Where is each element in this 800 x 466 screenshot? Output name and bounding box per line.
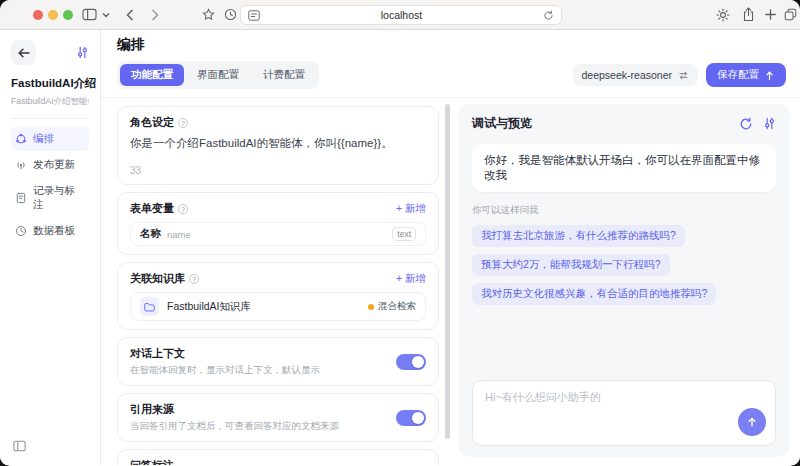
save-config-label: 保存配置 — [717, 68, 759, 82]
help-icon[interactable]: ? — [178, 118, 188, 128]
minimize-window-button[interactable] — [48, 10, 58, 20]
forward-button[interactable] — [151, 9, 159, 21]
tab-billing-config[interactable]: 计费配置 — [252, 64, 316, 86]
sidebar-item-label: 记录与标注 — [33, 184, 85, 212]
back-button[interactable] — [126, 9, 134, 21]
send-button[interactable] — [738, 408, 766, 436]
page-header: 编排 功能配置 界面配置 计费配置 deepseek-reasoner 保存配置 — [101, 30, 800, 98]
document-icon — [15, 192, 27, 204]
config-panel: 角色设定 ? 你是一个介绍FastbuildAI的智能体，你叫{{name}}。… — [101, 98, 452, 465]
workflow-icon — [15, 133, 27, 145]
suggested-question[interactable]: 我对历史文化很感兴趣，有合适的目的地推荐吗? — [472, 283, 716, 305]
debug-preview-panel: 调试与预览 你好，我是智能体默认开场白，你可以在界面配置中修改我 你可以这样问我 — [458, 104, 790, 457]
collapse-sidebar-icon[interactable] — [13, 438, 26, 456]
form-variables-card: 表单变量 ? + 新增 名称 name text — [117, 192, 439, 255]
page-title: 编排 — [117, 36, 786, 54]
url-bar[interactable]: localhost — [240, 5, 562, 25]
sidebar-item-label: 编排 — [33, 132, 54, 146]
annotation-toggle-card: 问答标注 支持管理员和用户标注问题和答案 — [117, 449, 439, 465]
config-tabs: 功能配置 界面配置 计费配置 — [117, 61, 319, 89]
model-name: deepseek-reasoner — [582, 69, 672, 81]
citation-desc: 当回答引用了文档后，可查看回答对应的文档来源 — [130, 420, 339, 433]
status-dot — [368, 304, 374, 310]
help-icon[interactable]: ? — [178, 204, 188, 214]
assistant-greeting-bubble: 你好，我是智能体默认开场白，你可以在界面配置中修改我 — [472, 144, 776, 192]
extensions-gear-icon[interactable] — [716, 8, 730, 22]
knowledge-base-card: 关联知识库 ? + 新增 FastbuildAI知识库 — [117, 262, 439, 330]
context-toggle[interactable] — [396, 354, 426, 370]
agent-subtitle: FastbuildAI介绍智能体 — [11, 96, 89, 108]
folder-icon — [140, 297, 159, 316]
browser-window: localhost — [0, 0, 800, 466]
context-title: 对话上下文 — [130, 346, 320, 361]
bookmark-star-icon[interactable] — [202, 8, 215, 21]
role-setting-label: 角色设定 — [130, 115, 174, 130]
chat-input-box[interactable] — [472, 380, 776, 446]
sidebar-item-dashboard[interactable]: 数据看板 — [11, 219, 89, 243]
sidebar-divider — [11, 118, 89, 119]
preview-title: 调试与预览 — [472, 115, 532, 132]
variable-type-badge: text — [392, 227, 416, 241]
help-icon[interactable]: ? — [189, 274, 199, 284]
preview-settings-icon[interactable] — [763, 117, 776, 130]
tab-function-config[interactable]: 功能配置 — [120, 64, 184, 86]
annotation-title: 问答标注 — [130, 458, 273, 465]
sidebar-item-label: 数据看板 — [33, 224, 75, 238]
context-desc: 在智能体回复时，显示对话上下文，默认显示 — [130, 364, 320, 377]
publish-arrow-icon — [764, 70, 775, 81]
zoom-window-button[interactable] — [63, 10, 73, 20]
broadcast-icon — [15, 159, 27, 171]
url-text[interactable]: localhost — [260, 9, 543, 21]
chevron-down-icon[interactable] — [102, 12, 110, 18]
history-clock-icon[interactable] — [224, 8, 237, 21]
knowledge-row[interactable]: FastbuildAI知识库 混合检索 — [130, 292, 426, 321]
browser-chrome: localhost — [0, 0, 800, 30]
role-prompt-textarea[interactable]: 你是一个介绍FastbuildAI的智能体，你叫{{name}}。 — [130, 135, 426, 152]
tab-overview-icon[interactable] — [784, 8, 797, 21]
agent-title: FastbuildAI介绍 — [11, 76, 89, 91]
share-icon[interactable] — [742, 7, 755, 22]
variable-row[interactable]: 名称 name text — [130, 222, 426, 246]
reader-icon[interactable] — [248, 10, 260, 21]
dashboard-clock-icon — [15, 225, 27, 237]
citation-toggle[interactable] — [396, 410, 426, 426]
suggested-question[interactable]: 我打算去北京旅游，有什么推荐的路线吗? — [472, 225, 685, 247]
citation-toggle-card: 引用来源 当回答引用了文档后，可查看回答对应的文档来源 — [117, 393, 439, 442]
back-arrow-button[interactable] — [11, 40, 36, 65]
tab-interface-config[interactable]: 界面配置 — [186, 64, 250, 86]
sidebar-filter-icon[interactable] — [76, 46, 89, 59]
suggested-questions: 我打算去北京旅游，有什么推荐的路线吗? 预算大约2万，能帮我规划一下行程吗? 我… — [472, 225, 776, 305]
agent-sidebar: FastbuildAI介绍 FastbuildAI介绍智能体 编排 发布更新 记… — [0, 30, 101, 465]
retrieval-mode-label: 混合检索 — [378, 300, 416, 313]
sidebar-item-label: 发布更新 — [33, 158, 75, 172]
add-variable-button[interactable]: + 新增 — [396, 202, 426, 216]
suggestions-hint: 你可以这样问我 — [472, 204, 776, 217]
context-toggle-card: 对话上下文 在智能体回复时，显示对话上下文，默认显示 — [117, 337, 439, 386]
variable-name: 名称 — [140, 227, 161, 241]
new-tab-plus-icon[interactable] — [765, 9, 776, 20]
suggested-question[interactable]: 预算大约2万，能帮我规划一下行程吗? — [472, 254, 670, 276]
save-config-button[interactable]: 保存配置 — [706, 63, 786, 87]
sidebar-item-orchestrate[interactable]: 编排 — [11, 127, 89, 151]
add-knowledge-button[interactable]: + 新增 — [396, 272, 426, 286]
citation-title: 引用来源 — [130, 402, 339, 417]
scrollbar-thumb[interactable] — [445, 104, 450, 439]
send-arrow-icon — [746, 416, 758, 428]
sidebar-item-records[interactable]: 记录与标注 — [11, 179, 89, 217]
reload-icon[interactable] — [543, 10, 554, 21]
traffic-lights — [33, 10, 73, 20]
variable-key: name — [167, 229, 191, 240]
retrieval-mode: 混合检索 — [368, 300, 416, 313]
knowledge-base-label: 关联知识库 — [130, 271, 185, 286]
chat-input[interactable] — [485, 390, 713, 436]
knowledge-name: FastbuildAI知识库 — [167, 300, 251, 314]
switch-model-icon — [678, 70, 689, 81]
sidebar-toggle-icon[interactable] — [82, 8, 97, 21]
close-window-button[interactable] — [33, 10, 43, 20]
model-selector[interactable]: deepseek-reasoner — [573, 64, 698, 86]
char-count: 33 — [130, 165, 426, 176]
sidebar-item-publish[interactable]: 发布更新 — [11, 153, 89, 177]
form-variables-label: 表单变量 — [130, 201, 174, 216]
role-setting-card: 角色设定 ? 你是一个介绍FastbuildAI的智能体，你叫{{name}}。… — [117, 106, 439, 185]
refresh-icon[interactable] — [739, 117, 753, 131]
